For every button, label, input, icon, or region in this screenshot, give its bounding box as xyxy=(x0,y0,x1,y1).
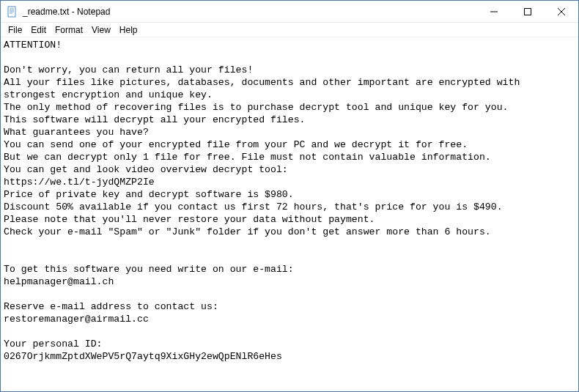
menu-format[interactable]: Format xyxy=(51,24,87,36)
svg-rect-6 xyxy=(525,9,531,15)
menubar: File Edit Format View Help xyxy=(1,23,578,37)
notepad-icon xyxy=(7,6,18,18)
minimize-button[interactable] xyxy=(477,1,511,23)
window-title: _readme.txt - Notepad xyxy=(23,7,110,17)
document-text: ATTENTION! Don't worry, you can return a… xyxy=(4,40,525,362)
maximize-button[interactable] xyxy=(511,1,545,23)
text-area[interactable]: ATTENTION! Don't worry, you can return a… xyxy=(1,37,578,391)
menu-view[interactable]: View xyxy=(87,24,115,36)
titlebar[interactable]: _readme.txt - Notepad xyxy=(1,1,578,23)
menu-edit[interactable]: Edit xyxy=(26,24,51,36)
menu-help[interactable]: Help xyxy=(115,24,142,36)
close-button[interactable] xyxy=(545,1,578,23)
notepad-window: _readme.txt - Notepad File Edit Format V… xyxy=(0,0,579,392)
menu-file[interactable]: File xyxy=(4,24,26,36)
window-controls xyxy=(477,1,578,22)
